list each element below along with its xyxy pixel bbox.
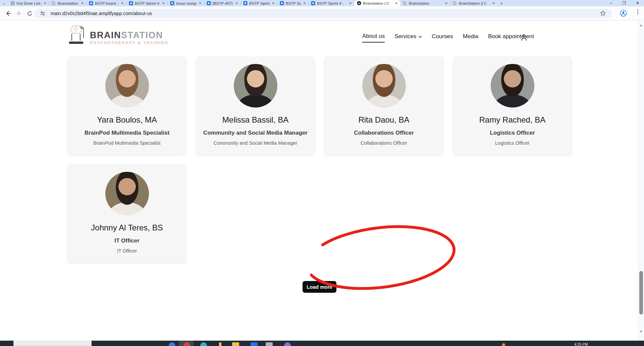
nav-about-us[interactable]: About us [362, 33, 385, 43]
app-blue-circle-icon[interactable] [169, 342, 175, 346]
tab-close-icon[interactable]: ✕ [444, 1, 448, 5]
tab-label: Brainstation Co [58, 1, 79, 5]
browser-tab[interactable]: [BSTP-407] Ad✕ [204, 0, 240, 6]
load-more-button[interactable]: Load more [303, 281, 336, 293]
browser-tab[interactable]: BSTP board - B✕ [87, 0, 126, 6]
team-card: Melissa Bassil, BACommunity and Social M… [196, 57, 315, 156]
member-subrole: Logistics Officer [453, 140, 572, 146]
app-teal-circle-icon[interactable] [200, 342, 207, 346]
browser-tab[interactable]: BSTP Sprint 4 -✕ [241, 0, 277, 6]
tab-close-icon[interactable]: ✕ [271, 1, 275, 5]
web-page: BRAINSTATION PSYCHOTHERAPY & TRAINING Ab… [0, 21, 638, 341]
jira-favicon-icon [129, 1, 133, 5]
maximize-button[interactable]: ❐ [622, 0, 626, 6]
tab-strip-tabs: Got Done List.c✕Brainstation Co✕BSTP boa… [8, 0, 497, 6]
member-photo [105, 64, 149, 108]
member-photo [362, 64, 406, 108]
forward-button[interactable] [15, 9, 23, 17]
browser-menu-icon[interactable] [635, 9, 640, 14]
tab-close-icon[interactable]: ✕ [492, 1, 495, 5]
nav-courses[interactable]: Courses [432, 33, 453, 42]
tab-close-icon[interactable]: ✕ [348, 1, 352, 5]
profile-avatar-icon[interactable] [620, 10, 627, 18]
browser-tab-active[interactable]: Brainstation | C✕ [355, 0, 400, 6]
site-info-icon[interactable] [40, 11, 45, 16]
tab-label: BrainStation || C [459, 1, 490, 5]
member-subrole: IT Officer [67, 248, 186, 254]
member-photo [491, 64, 534, 108]
member-name: Melissa Bassil, BA [196, 115, 315, 125]
jira-favicon-icon [89, 1, 93, 5]
app-purple-circle-icon[interactable] [284, 342, 291, 346]
tab-close-icon[interactable]: ✕ [120, 1, 124, 5]
app-blue-square-icon[interactable] [251, 342, 258, 346]
back-button[interactable] [4, 9, 12, 17]
browser-tab[interactable]: Brainstation✕ [400, 0, 450, 6]
tab-label: [BSTP-407] Ad [213, 1, 233, 5]
member-subrole: Community and Social Media Manager [196, 140, 315, 146]
browser-tab[interactable]: BSTP Sprint 4 -✕ [277, 0, 308, 6]
member-photo [234, 64, 277, 108]
page-favicon-icon [403, 1, 407, 5]
member-name: Yara Boulos, MA [67, 115, 186, 125]
tray-orange-dot-icon[interactable] [502, 343, 505, 346]
tab-close-icon[interactable]: ✕ [162, 1, 165, 5]
member-role: Community and Social Media Manager [196, 130, 315, 136]
scrollbar-thumb[interactable] [639, 271, 643, 315]
browser-tab[interactable]: Brainstation Co✕ [49, 0, 86, 6]
page-favicon-icon [453, 1, 457, 5]
new-tab-button[interactable]: + [497, 1, 505, 6]
tab-close-icon[interactable]: ✕ [303, 1, 306, 5]
pen-yellow-icon[interactable] [219, 342, 221, 346]
nav-label: Services [394, 33, 416, 40]
member-role: IT Officer [67, 237, 186, 244]
tab-close-icon[interactable]: ✕ [43, 1, 47, 5]
brand-bold: BRAIN [90, 30, 121, 40]
site-nav: About usServicesCoursesMediaBook appoint… [362, 33, 534, 43]
tab-close-icon[interactable]: ✕ [198, 1, 202, 5]
scroll-up-icon[interactable]: ▲ [638, 23, 644, 27]
brainstation-logo-icon [68, 25, 85, 45]
browser-tab[interactable]: BrainStation || C✕ [450, 0, 497, 6]
reload-button[interactable] [25, 9, 34, 17]
tab-close-icon[interactable]: ✕ [394, 1, 398, 5]
tab-close-icon[interactable]: ✕ [235, 1, 238, 5]
browser-tab[interactable]: BSTP Sprint 4 -✕ [126, 0, 167, 6]
taskbar-search-box[interactable] [13, 341, 92, 346]
browser-tab[interactable]: BSTP Sprint 4 -✕ [309, 0, 354, 6]
logo-text: BRAINSTATION PSYCHOTHERAPY & TRAINING [90, 25, 168, 45]
nav-services[interactable]: Services [394, 33, 422, 42]
address-bar[interactable]: main.d2v0s2bd4f5nae.amplifyapp.com/about… [35, 9, 612, 18]
nav-label: About us [362, 33, 385, 40]
scroll-down-icon[interactable]: ▼ [638, 330, 644, 333]
member-subrole: Collaborations Officer [324, 140, 443, 146]
tab-label: Brainstation [409, 1, 443, 5]
site-logo[interactable]: BRAINSTATION PSYCHOTHERAPY & TRAINING [68, 25, 168, 45]
close-button[interactable]: ✕ [636, 0, 639, 6]
reload-icon [27, 11, 33, 16]
app-grey-square-icon[interactable] [266, 342, 273, 346]
chevron-down-icon [418, 33, 422, 40]
browser-tab[interactable]: Issue navigator✕ [168, 0, 204, 6]
amplify-favicon-icon [357, 1, 361, 5]
taskbar-clock[interactable]: 4:25 PM [574, 342, 588, 346]
jira-favicon-icon [243, 1, 248, 5]
minimize-button[interactable]: – [610, 0, 612, 6]
logo-tagline: PSYCHOTHERAPY & TRAINING [90, 41, 168, 45]
forward-arrow-icon [16, 10, 22, 16]
screen: ⌄ Got Done List.c✕Brainstation Co✕BSTP b… [0, 0, 644, 346]
browser-tab[interactable]: Got Done List.c✕ [8, 0, 49, 6]
back-arrow-icon [5, 10, 11, 16]
page-scrollbar[interactable]: ▲ ▼ [638, 21, 644, 341]
tab-close-icon[interactable]: ✕ [80, 1, 84, 5]
account-person-icon[interactable] [521, 34, 527, 43]
team-card: Ramy Rached, BALogistics OfficerLogistic… [452, 57, 572, 156]
member-photo [105, 172, 149, 215]
folder-yellow-icon[interactable] [232, 342, 239, 346]
jira-favicon-icon [170, 1, 174, 5]
nav-media[interactable]: Media [463, 33, 478, 42]
member-name: Ramy Rached, BA [453, 115, 572, 125]
bookmark-star-icon[interactable] [600, 10, 606, 18]
member-name: Rita Daou, BA [324, 115, 443, 125]
tab-search-chevron-icon[interactable]: ⌄ [0, 1, 8, 5]
